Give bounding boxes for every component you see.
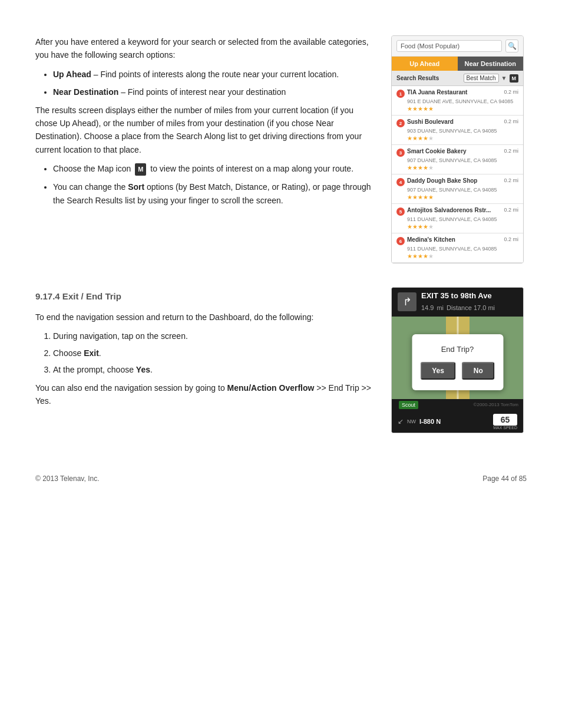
second-text-col: 9.17.4 Exit / End Trip To end the naviga… bbox=[35, 287, 373, 433]
search-input-box[interactable]: Food (Most Popular) bbox=[396, 40, 502, 52]
sort-dropdown[interactable]: Best Match bbox=[464, 74, 499, 83]
nav-speed-block: 65 MAX SPEED bbox=[493, 414, 517, 430]
result-stars-6: ★★★★★ bbox=[407, 253, 518, 259]
result-addr-3: 907 DUANE, SUNNYVALE, CA 94085 bbox=[407, 157, 518, 163]
result-stars-5: ★★★★★ bbox=[407, 223, 518, 230]
results-label: Search Results bbox=[396, 75, 461, 81]
search-screenshot: Food (Most Popular) 🔍 Up Ahead Near Dest… bbox=[391, 35, 524, 263]
step3-bold: Yes bbox=[136, 365, 150, 374]
result-num-2: 2 bbox=[396, 119, 405, 127]
result-num-3: 3 bbox=[396, 149, 405, 157]
page-number: Page 44 of 85 bbox=[482, 475, 527, 483]
result-item-6[interactable]: 6 Medina's Kitchen 0.2 mi 911 DUANE, SUN… bbox=[392, 233, 523, 263]
result-num-1: 1 bbox=[396, 90, 405, 98]
result-item-4[interactable]: 4 Daddy Dough Bake Shop 0.2 mi 907 DUANE… bbox=[392, 174, 523, 204]
search-top-bar: Food (Most Popular) 🔍 bbox=[392, 36, 523, 57]
nav-map-footer: Scout ©2000-2013 TomTom bbox=[392, 399, 523, 411]
nav-miles-unit: mi bbox=[437, 304, 444, 311]
bottom-bullet-list: Choose the Map icon M to view the points… bbox=[53, 162, 373, 207]
result-dist-6: 0.2 mi bbox=[504, 236, 518, 242]
result-addr-5: 911 DUANE, SUNNYVALE, CA 94085 bbox=[407, 216, 518, 222]
top-content-row: After you have entered a keyword for you… bbox=[35, 35, 527, 263]
no-button[interactable]: No bbox=[462, 362, 495, 380]
result-item-1[interactable]: 1 TIA Juana Restaurant 0.2 mi 901 E DUAN… bbox=[392, 86, 523, 116]
result-stars-4: ★★★★★ bbox=[407, 194, 518, 200]
section-para2: You can also end the navigation session … bbox=[35, 381, 373, 408]
search-screenshot-col: Food (Most Popular) 🔍 Up Ahead Near Dest… bbox=[391, 35, 527, 263]
end-trip-modal: End Trip? Yes No bbox=[412, 334, 503, 390]
bullet-near-dest: Near Destination – Find points of intere… bbox=[53, 85, 373, 98]
footer-row: © 2013 Telenav, Inc. Page 44 of 85 bbox=[35, 451, 527, 483]
result-addr-4: 907 DUANE, SUNNYVALE, CA 94085 bbox=[407, 187, 518, 193]
result-name-5: Antojitos Salvadorenos Rstr... bbox=[407, 207, 501, 213]
result-item-5[interactable]: 5 Antojitos Salvadorenos Rstr... 0.2 mi … bbox=[392, 204, 523, 233]
tab-near-dest[interactable]: Near Destination bbox=[458, 57, 524, 71]
result-num-4: 4 bbox=[396, 178, 405, 186]
nav-screenshot-col: ↱ EXIT 35 to 98th Ave 14.9 mi Distance 1… bbox=[391, 287, 527, 433]
result-stars-3: ★★★★★ bbox=[407, 164, 518, 171]
result-dist-3: 0.2 mi bbox=[504, 148, 518, 154]
nav-map-area: End Trip? Yes No bbox=[392, 317, 523, 399]
result-item-2[interactable]: 2 Sushi Boulevard 0.2 mi 903 DUANE, SUNN… bbox=[392, 116, 523, 145]
sort-arrow: ▼ bbox=[501, 75, 507, 81]
result-name-6: Medina's Kitchen bbox=[407, 236, 501, 243]
bullet3-prefix: Choose the Map icon bbox=[53, 164, 131, 173]
intro-paragraph: After you have entered a keyword for you… bbox=[35, 35, 373, 62]
result-dist-1: 0.2 mi bbox=[504, 89, 518, 95]
nav-direction-label: NW bbox=[407, 419, 416, 424]
page-container: After you have entered a keyword for you… bbox=[0, 0, 562, 518]
nav-direction-icon: ↙ bbox=[398, 417, 404, 426]
bullet2-bold: Near Destination bbox=[53, 87, 118, 97]
nav-top-bar: ↱ EXIT 35 to 98th Ave 14.9 mi Distance 1… bbox=[392, 288, 523, 317]
bullet3-text: to view the points of interest on a map … bbox=[150, 164, 353, 173]
result-name-4: Daddy Dough Bake Shop bbox=[407, 177, 501, 184]
section-para2-bold: Menu/Action Overflow bbox=[227, 383, 315, 393]
nav-miles: 14.9 mi Distance 17.0 mi bbox=[421, 301, 517, 313]
result-name-3: Smart Cookie Bakery bbox=[407, 148, 501, 154]
nav-bottom-bar: ↙ NW I-880 N 65 MAX SPEED bbox=[392, 411, 523, 433]
scout-label: Scout bbox=[399, 401, 418, 409]
copyright-map: ©2000-2013 TomTom bbox=[422, 402, 518, 407]
section-para1: To end the navigation session and return… bbox=[35, 311, 373, 324]
end-trip-buttons: Yes No bbox=[424, 362, 491, 380]
nav-distance: Distance 17.0 mi bbox=[447, 304, 495, 311]
result-name-2: Sushi Boulevard bbox=[407, 118, 501, 125]
result-stars-1: ★★★★★ bbox=[407, 106, 518, 112]
nav-info: EXIT 35 to 98th Ave 14.9 mi Distance 17.… bbox=[421, 291, 517, 313]
result-addr-1: 901 E DUANE AVE, SUNNYVALE, CA 94085 bbox=[407, 98, 518, 104]
nav-turn-arrow: ↱ bbox=[398, 292, 416, 311]
copyright-text: © 2013 Telenav, Inc. bbox=[35, 475, 99, 483]
nav-speed-label: MAX SPEED bbox=[493, 426, 517, 430]
result-stars-2: ★★★★★ bbox=[407, 135, 518, 141]
result-addr-2: 903 DUANE, SUNNYVALE, CA 94085 bbox=[407, 128, 518, 134]
second-section-row: 9.17.4 Exit / End Trip To end the naviga… bbox=[35, 287, 527, 433]
result-dist-5: 0.2 mi bbox=[504, 207, 518, 213]
section-title: 9.17.4 Exit / End Trip bbox=[35, 289, 373, 304]
result-dist-4: 0.2 mi bbox=[504, 177, 518, 183]
bullet-sort: You can change the Sort options (by Best… bbox=[53, 180, 373, 207]
result-num-6: 6 bbox=[396, 237, 405, 245]
result-dist-2: 0.2 mi bbox=[504, 118, 518, 124]
top-bullet-list: Up Ahead – Find points of interests alon… bbox=[53, 68, 373, 99]
nav-speed: 65 bbox=[493, 414, 517, 426]
result-item-3[interactable]: 3 Smart Cookie Bakery 0.2 mi 907 DUANE, … bbox=[392, 145, 523, 174]
map-icon-btn[interactable]: M bbox=[510, 74, 519, 83]
bullet4-bold: Sort bbox=[128, 182, 144, 192]
bullet-map-icon: Choose the Map icon M to view the points… bbox=[53, 162, 373, 176]
tab-bar: Up Ahead Near Destination bbox=[392, 57, 523, 71]
end-trip-text: End Trip? bbox=[424, 345, 491, 354]
tab-up-ahead[interactable]: Up Ahead bbox=[392, 57, 458, 71]
yes-button[interactable]: Yes bbox=[420, 362, 456, 380]
step2-bold: Exit bbox=[84, 348, 99, 358]
bullet-up-ahead: Up Ahead – Find points of interests alon… bbox=[53, 68, 373, 81]
step-3: At the prompt, choose Yes. bbox=[53, 363, 373, 376]
top-text-col: After you have entered a keyword for you… bbox=[35, 35, 373, 263]
result-addr-6: 911 DUANE, SUNNYVALE, CA 94085 bbox=[407, 246, 518, 252]
nav-exit-text: EXIT 35 to 98th Ave bbox=[421, 291, 517, 301]
search-icon-btn[interactable]: 🔍 bbox=[505, 39, 518, 52]
nav-road-name: I-880 N bbox=[419, 418, 490, 425]
steps-list: During navigation, tap on the screen. Ch… bbox=[53, 330, 373, 376]
bullet1-text: – Find points of interests along the rou… bbox=[91, 70, 339, 79]
step-2: Choose Exit. bbox=[53, 347, 373, 360]
results-paragraph: The results screen displays either the n… bbox=[35, 104, 373, 157]
